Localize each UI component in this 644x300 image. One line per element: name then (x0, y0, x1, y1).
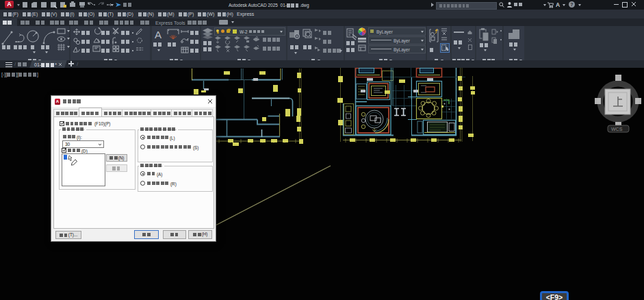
svg-text:WCS: WCS (611, 127, 623, 132)
